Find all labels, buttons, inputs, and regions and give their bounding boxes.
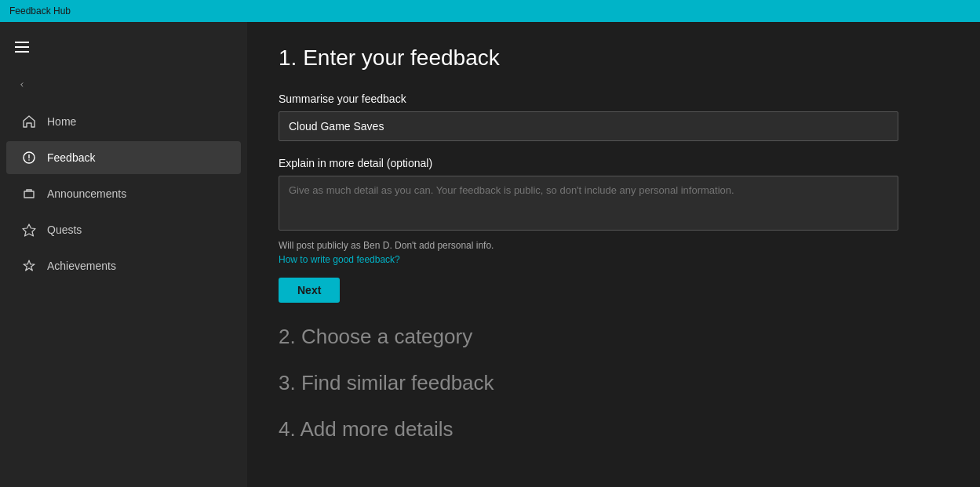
title-bar: Feedback Hub (0, 0, 980, 22)
quests-icon (22, 223, 36, 237)
home-icon (22, 114, 36, 129)
sidebar-item-label-quests: Quests (47, 224, 82, 236)
sidebar-item-label-achievements: Achievements (47, 260, 116, 272)
sidebar-item-label-home: Home (47, 115, 76, 128)
step4-title: 4. Add more details (279, 417, 949, 442)
sidebar-item-label-feedback: Feedback (47, 151, 95, 164)
sidebar-item-quests[interactable]: Quests (6, 213, 241, 246)
step2-title: 2. Choose a category (279, 325, 949, 349)
public-notice: Will post publicly as Ben D. Don't add p… (279, 240, 949, 251)
app-container: Home Feedback Announcements (0, 22, 980, 487)
sidebar-item-achievements[interactable]: Achievements (6, 249, 241, 282)
achievements-icon (22, 259, 36, 273)
svg-marker-2 (23, 224, 35, 236)
announcements-icon (22, 187, 36, 201)
sidebar-item-feedback[interactable]: Feedback (6, 141, 241, 174)
detail-textarea[interactable] (279, 176, 898, 231)
summarise-input[interactable] (279, 111, 898, 141)
sidebar-item-label-announcements: Announcements (47, 187, 126, 200)
sidebar-item-announcements[interactable]: Announcements (6, 177, 241, 210)
hamburger-icon (15, 42, 29, 53)
sidebar-item-home[interactable]: Home (6, 105, 241, 138)
back-button[interactable] (6, 69, 38, 100)
summarise-label: Summarise your feedback (279, 93, 949, 105)
detail-label: Explain in more detail (optional) (279, 157, 949, 169)
step3-title: 3. Find similar feedback (279, 371, 949, 395)
step1-title: 1. Enter your feedback (279, 45, 949, 71)
back-arrow-icon (19, 78, 25, 92)
feedback-icon (22, 151, 36, 165)
main-content: 1. Enter your feedback Summarise your fe… (247, 22, 980, 487)
sidebar: Home Feedback Announcements (0, 22, 247, 487)
good-feedback-link[interactable]: How to write good feedback? (279, 254, 949, 265)
title-bar-text: Feedback Hub (9, 5, 71, 16)
next-button[interactable]: Next (279, 278, 340, 303)
hamburger-button[interactable] (6, 31, 38, 63)
svg-point-1 (28, 159, 30, 161)
